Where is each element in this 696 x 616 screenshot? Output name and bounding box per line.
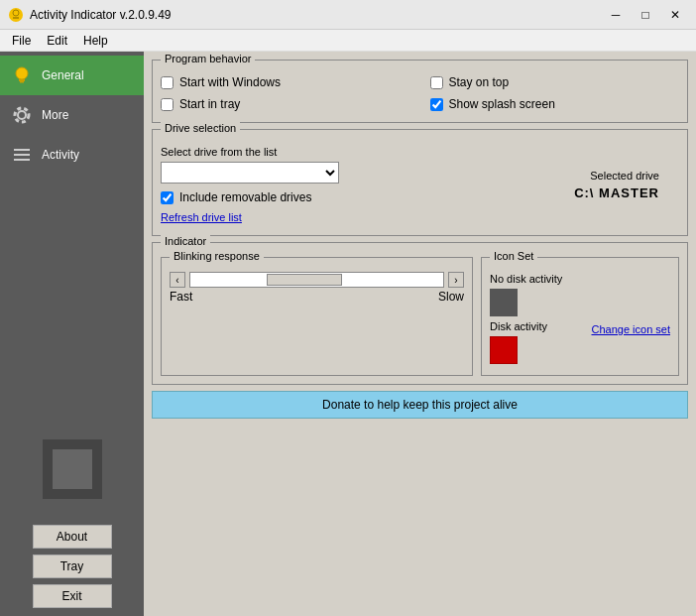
start-with-windows-label: Start with Windows: [179, 75, 281, 89]
include-removable-checkbox[interactable]: [161, 191, 174, 204]
start-in-tray-checkbox[interactable]: [161, 98, 174, 111]
slider-right-btn[interactable]: ›: [448, 272, 464, 288]
selected-drive-label: Selected drive: [590, 170, 659, 182]
sidebar: General More Activity: [0, 52, 144, 616]
about-button[interactable]: About: [33, 525, 112, 549]
blinking-title: Blinking response: [170, 250, 264, 262]
sidebar-item-more[interactable]: More: [0, 95, 144, 135]
stay-on-top-label: Stay on top: [449, 75, 510, 89]
indicator-title: Indicator: [161, 235, 210, 247]
slider-thumb: [267, 274, 343, 286]
menu-bar: File Edit Help: [0, 30, 696, 52]
drive-dropdown[interactable]: [161, 162, 339, 184]
change-icon-link[interactable]: Change icon set: [592, 323, 671, 335]
start-in-tray-label: Start in tray: [179, 97, 240, 111]
show-splash-checkbox[interactable]: [430, 98, 443, 111]
sidebar-item-activity[interactable]: Activity: [0, 135, 144, 175]
fast-label: Fast: [170, 290, 192, 304]
window-controls: ─ □ ✕: [603, 5, 688, 25]
app-icon: [8, 7, 24, 23]
tray-button[interactable]: Tray: [33, 554, 112, 578]
app-title: Activity Indicator v.2.0.9.49: [30, 8, 603, 22]
main-layout: General More Activity: [0, 52, 696, 616]
blinking-group: Blinking response ‹ › Fast Slow: [161, 257, 473, 376]
close-button[interactable]: ✕: [662, 5, 688, 25]
content-area: Program behavior Start with Windows Stay…: [144, 52, 696, 616]
preview-inner: [53, 449, 92, 489]
slider-labels: Fast Slow: [170, 290, 464, 304]
show-splash-label: Show splash screen: [449, 97, 555, 111]
sidebar-general-label: General: [42, 68, 84, 82]
bulb-icon: [10, 63, 34, 87]
drive-selection-group: Drive selection Select drive from the li…: [152, 129, 688, 236]
start-in-tray-row: Start in tray: [161, 97, 410, 111]
slider-track[interactable]: [189, 272, 444, 288]
gear-icon: [10, 103, 34, 127]
stay-on-top-row: Stay on top: [430, 75, 680, 89]
slider-row: ‹ ›: [170, 272, 464, 288]
program-behavior-grid: Start with Windows Stay on top Start in …: [161, 72, 679, 114]
minimize-button[interactable]: ─: [603, 5, 629, 25]
svg-point-3: [16, 67, 28, 79]
start-with-windows-checkbox[interactable]: [161, 76, 174, 89]
no-activity-icon-box: [490, 289, 518, 316]
donate-bar[interactable]: Donate to help keep this project alive: [152, 391, 688, 419]
menu-edit[interactable]: Edit: [39, 32, 75, 50]
menu-help[interactable]: Help: [75, 32, 116, 50]
include-removable-label: Include removable drives: [179, 190, 311, 204]
icon-set-title: Icon Set: [490, 250, 537, 262]
disk-activity-icon-box: [490, 336, 518, 364]
svg-rect-8: [14, 149, 30, 151]
svg-rect-4: [19, 79, 25, 81]
donate-text: Donate to help keep this project alive: [322, 398, 518, 412]
program-behavior-group: Program behavior Start with Windows Stay…: [152, 60, 688, 123]
sidebar-buttons: About Tray Exit: [0, 517, 144, 616]
indicator-group: Indicator Blinking response ‹ › Fast Slo…: [152, 242, 688, 385]
list-icon: [10, 143, 34, 167]
include-removable-row: Include removable drives: [161, 190, 339, 204]
disk-activity-label: Disk activity: [490, 320, 547, 332]
show-splash-row: Show splash screen: [430, 97, 680, 111]
start-with-windows-row: Start with Windows: [161, 75, 410, 89]
drive-selection-title: Drive selection: [161, 122, 240, 134]
indicator-row: Blinking response ‹ › Fast Slow: [161, 257, 679, 376]
stay-on-top-checkbox[interactable]: [430, 76, 443, 89]
icon-set-group: Icon Set No disk activity Disk activity …: [481, 257, 679, 376]
title-bar: Activity Indicator v.2.0.9.49 ─ □ ✕: [0, 0, 696, 30]
preview-box: [43, 439, 102, 499]
maximize-button[interactable]: □: [633, 5, 658, 25]
svg-rect-9: [14, 154, 30, 156]
sidebar-more-label: More: [42, 108, 68, 122]
selected-drive-value: C:\ MASTER: [574, 185, 659, 200]
svg-rect-5: [20, 81, 24, 83]
svg-rect-10: [14, 159, 30, 161]
refresh-drive-link[interactable]: Refresh drive list: [161, 211, 339, 223]
select-drive-label: Select drive from the list: [161, 146, 339, 158]
sidebar-item-general[interactable]: General: [0, 56, 144, 95]
program-behavior-title: Program behavior: [161, 53, 255, 64]
svg-point-1: [13, 10, 19, 16]
no-disk-activity-label: No disk activity: [490, 273, 562, 285]
menu-file[interactable]: File: [4, 32, 39, 50]
slow-label: Slow: [438, 290, 464, 304]
slider-left-btn[interactable]: ‹: [170, 272, 185, 288]
exit-button[interactable]: Exit: [33, 584, 112, 608]
drive-row: Select drive from the list Include remov…: [161, 146, 679, 223]
sidebar-activity-label: Activity: [42, 148, 79, 162]
svg-point-6: [18, 111, 26, 119]
